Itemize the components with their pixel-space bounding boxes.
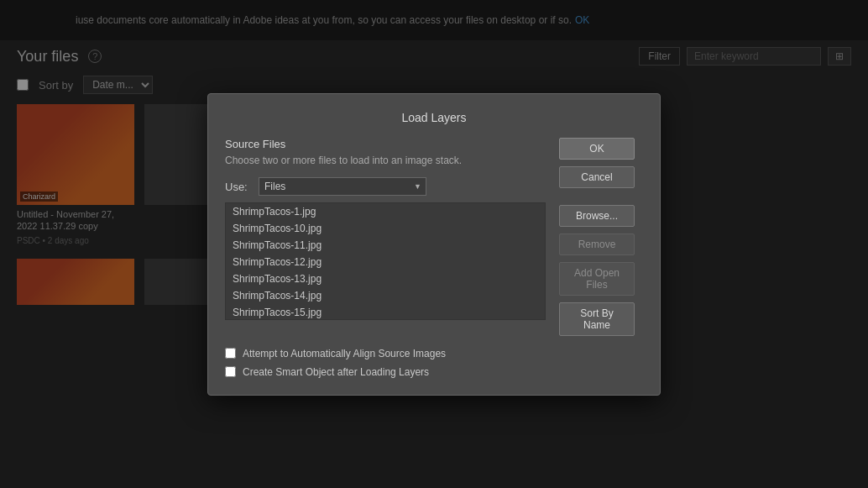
smart-object-checkbox[interactable]: [225, 366, 236, 377]
ok-button[interactable]: OK: [559, 138, 635, 160]
browse-button[interactable]: Browse...: [559, 205, 635, 227]
remove-button[interactable]: Remove: [559, 234, 635, 255]
source-files-label: Source Files: [225, 138, 546, 150]
use-select-wrapper: Files Folders Open Files: [259, 177, 426, 196]
modal-overlay: Load Layers Source Files Choose two or m…: [0, 0, 868, 488]
load-layers-dialog: Load Layers Source Files Choose two or m…: [207, 93, 661, 396]
align-checkbox-row: Attempt to Automatically Align Source Im…: [225, 348, 643, 359]
smart-object-label[interactable]: Create Smart Object after Loading Layers: [243, 366, 429, 378]
list-item[interactable]: ShrimpTacos-15.jpg: [226, 304, 545, 320]
cancel-button[interactable]: Cancel: [559, 166, 635, 188]
list-item[interactable]: ShrimpTacos-1.jpg: [226, 203, 545, 220]
list-item[interactable]: ShrimpTacos-10.jpg: [226, 220, 545, 237]
add-open-files-button[interactable]: Add Open Files: [559, 262, 635, 296]
source-files-desc: Choose two or more files to load into an…: [225, 154, 546, 168]
dialog-left: Source Files Choose two or more files to…: [225, 138, 546, 336]
list-item[interactable]: ShrimpTacos-11.jpg: [226, 237, 545, 254]
list-item[interactable]: ShrimpTacos-13.jpg: [226, 270, 545, 287]
dialog-right: OK Cancel Browse... Remove Add Open File…: [559, 138, 643, 336]
smart-object-checkbox-row: Create Smart Object after Loading Layers: [225, 366, 643, 378]
list-item[interactable]: ShrimpTacos-12.jpg: [226, 254, 545, 270]
list-item[interactable]: ShrimpTacos-14.jpg: [226, 287, 545, 304]
sort-by-name-button[interactable]: Sort By Name: [559, 302, 635, 336]
use-row: Use: Files Folders Open Files: [225, 177, 546, 196]
dialog-body: Source Files Choose two or more files to…: [225, 138, 643, 336]
dialog-checkboxes: Attempt to Automatically Align Source Im…: [225, 348, 643, 378]
file-list-container[interactable]: ShrimpTacos-1.jpg ShrimpTacos-10.jpg Shr…: [225, 202, 546, 320]
use-select[interactable]: Files Folders Open Files: [259, 177, 426, 196]
dialog-title: Load Layers: [225, 111, 643, 124]
use-label: Use:: [225, 181, 250, 193]
align-label[interactable]: Attempt to Automatically Align Source Im…: [243, 348, 446, 359]
file-list: ShrimpTacos-1.jpg ShrimpTacos-10.jpg Shr…: [226, 203, 545, 320]
align-checkbox[interactable]: [225, 348, 236, 359]
